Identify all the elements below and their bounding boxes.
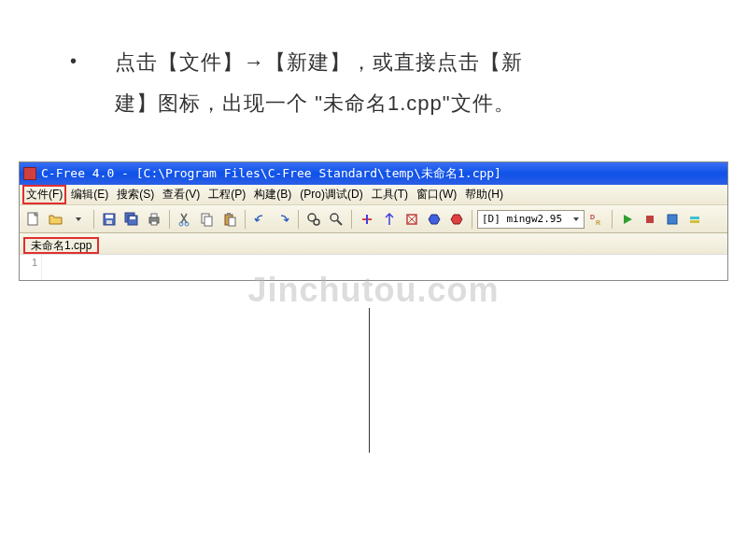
titlebar: C-Free 4.0 - [C:\Program Files\C-Free St… bbox=[20, 162, 727, 185]
app-window: C-Free 4.0 - [C:\Program Files\C-Free St… bbox=[19, 161, 728, 281]
save-icon[interactable] bbox=[99, 209, 120, 230]
svg-text:R: R bbox=[596, 219, 600, 226]
svg-rect-9 bbox=[151, 221, 157, 225]
paste-icon[interactable] bbox=[219, 209, 240, 230]
menu-search[interactable]: 搜索(S) bbox=[113, 185, 158, 204]
stop-icon[interactable] bbox=[640, 209, 660, 230]
save-all-icon[interactable] bbox=[121, 209, 142, 230]
instruction-line1: 点击【文件】→【新建】，或直接点击【新 bbox=[115, 42, 523, 83]
svg-point-19 bbox=[331, 214, 338, 221]
cut-icon[interactable] bbox=[175, 209, 195, 230]
compiler-select-value: [D] mingw2.95 bbox=[482, 213, 562, 225]
svg-text:D: D bbox=[590, 214, 595, 220]
stop-build-icon[interactable] bbox=[424, 209, 444, 230]
svg-point-18 bbox=[314, 219, 319, 225]
app-icon bbox=[23, 167, 36, 180]
menu-debug[interactable]: (Pro)调试(D) bbox=[296, 185, 366, 204]
rebuild-icon[interactable] bbox=[446, 209, 467, 230]
menu-help[interactable]: 帮助(H) bbox=[461, 185, 507, 204]
build-icon[interactable] bbox=[379, 209, 400, 230]
separator bbox=[169, 210, 170, 229]
find-next-icon[interactable] bbox=[326, 209, 346, 230]
instruction-text: • 点击【文件】→【新建】，或直接点击【新 建】图标，出现一个 "未命名1.cp… bbox=[0, 0, 747, 152]
svg-rect-6 bbox=[130, 217, 135, 219]
debug-config-icon[interactable]: DR bbox=[586, 209, 607, 230]
menubar: 文件(F) 编辑(E) 搜索(S) 查看(V) 工程(P) 构建(B) (Pro… bbox=[20, 185, 727, 205]
svg-rect-8 bbox=[151, 214, 157, 217]
svg-rect-3 bbox=[106, 220, 112, 224]
menu-project[interactable]: 工程(P) bbox=[204, 185, 249, 204]
open-folder-icon[interactable] bbox=[46, 209, 66, 230]
separator bbox=[472, 210, 472, 229]
svg-rect-15 bbox=[227, 213, 231, 216]
editor-area[interactable]: 1 bbox=[20, 254, 727, 280]
line-number: 1 bbox=[20, 255, 42, 280]
menu-build[interactable]: 构建(B) bbox=[250, 185, 295, 204]
menu-edit[interactable]: 编辑(E) bbox=[67, 185, 112, 204]
dropdown-icon[interactable] bbox=[68, 209, 89, 230]
separator bbox=[93, 210, 94, 229]
tabbar: 未命名1.cpp bbox=[20, 233, 727, 254]
svg-rect-2 bbox=[106, 215, 113, 218]
svg-rect-16 bbox=[229, 217, 235, 226]
compiler-select[interactable]: [D] mingw2.95 bbox=[477, 210, 585, 229]
print-icon[interactable] bbox=[144, 209, 164, 230]
separator bbox=[351, 210, 352, 229]
compile-icon[interactable] bbox=[357, 209, 377, 230]
svg-rect-23 bbox=[646, 216, 654, 223]
bullet: • bbox=[70, 42, 78, 124]
build-all-icon[interactable] bbox=[402, 209, 422, 230]
redo-icon[interactable] bbox=[273, 209, 293, 230]
file-tab[interactable]: 未命名1.cpp bbox=[23, 237, 99, 254]
new-file-icon[interactable] bbox=[23, 209, 44, 230]
chevron-down-icon bbox=[572, 216, 580, 223]
menu-file[interactable]: 文件(F) bbox=[22, 185, 66, 204]
step-icon[interactable] bbox=[662, 209, 683, 230]
svg-rect-24 bbox=[668, 215, 677, 224]
run-icon[interactable] bbox=[617, 209, 638, 230]
menu-view[interactable]: 查看(V) bbox=[159, 185, 204, 204]
find-icon[interactable] bbox=[303, 209, 324, 230]
svg-rect-13 bbox=[204, 217, 212, 226]
svg-rect-26 bbox=[690, 220, 699, 223]
instruction-line2: 建】图标，出现一个 "未命名1.cpp"文件。 bbox=[115, 83, 523, 124]
titlebar-text: C-Free 4.0 - [C:\Program Files\C-Free St… bbox=[41, 165, 501, 182]
cursor-indicator bbox=[369, 308, 370, 453]
svg-rect-25 bbox=[690, 217, 699, 219]
menu-window[interactable]: 窗口(W) bbox=[413, 185, 460, 204]
separator bbox=[245, 210, 246, 229]
undo-icon[interactable] bbox=[250, 209, 271, 230]
copy-icon[interactable] bbox=[197, 209, 218, 230]
file-tab-label: 未命名1.cpp bbox=[31, 238, 92, 254]
separator bbox=[612, 210, 613, 229]
menu-tools[interactable]: 工具(T) bbox=[368, 185, 412, 204]
toolbar: [D] mingw2.95 DR bbox=[20, 205, 727, 233]
step-over-icon[interactable] bbox=[684, 209, 705, 230]
separator bbox=[298, 210, 299, 229]
editor-content[interactable] bbox=[42, 255, 727, 280]
